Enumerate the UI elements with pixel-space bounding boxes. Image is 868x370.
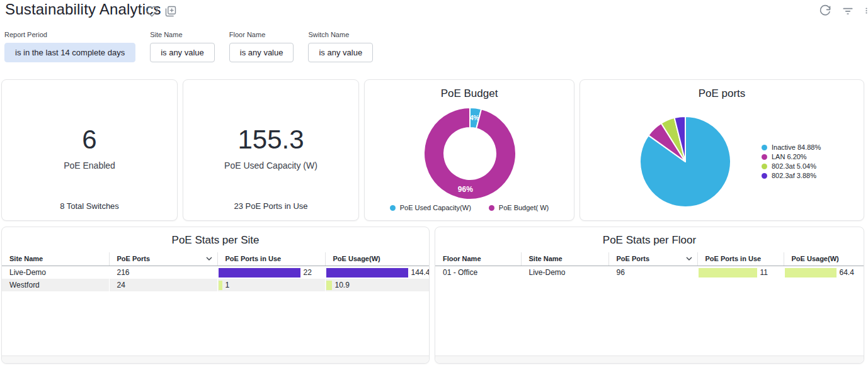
legend-item-802-3af[interactable]: 802.3af 3.88% — [762, 172, 821, 179]
column-header-poe-ports-in-use[interactable]: PoE Ports in Use — [217, 252, 325, 266]
poe-ports-legend: Inactive 84.88%LAN 6.20%802.3at 5.04%802… — [762, 143, 821, 179]
bar-cell: 64.4 — [784, 266, 864, 279]
bar-value-label: 10.9 — [335, 281, 350, 289]
bar-cell: 144.4 — [325, 266, 430, 279]
poe-ports-pie-chart[interactable] — [580, 80, 865, 221]
text-cell: Live-Demo — [521, 266, 608, 279]
poe-used-capacity-label: PoE Used Capacity (W) — [183, 160, 358, 171]
bar-cell: 1 — [217, 279, 325, 291]
text-cell: 01 - Office — [435, 266, 521, 279]
value-bar — [785, 268, 837, 278]
legend-label: Inactive 84.88% — [772, 143, 821, 151]
filter-floor-name: Floor Name is any value — [229, 31, 294, 62]
filter-label: Switch Name — [308, 31, 373, 38]
switch-name-chip[interactable]: is any value — [308, 43, 373, 62]
legend-dot — [762, 145, 767, 150]
legend-label: 802.3at 5.04% — [772, 162, 816, 170]
slice-percent-label: 4% — [470, 115, 479, 121]
filter-label: Floor Name — [229, 31, 294, 38]
bar-value-label: 22 — [304, 268, 312, 277]
legend-dot — [489, 205, 494, 211]
poe-used-capacity-card: 155.3 PoE Used Capacity (W) 23 PoE Ports… — [183, 79, 359, 221]
legend-item-lan[interactable]: LAN 6.20% — [762, 153, 821, 160]
filter-switch-name: Switch Name is any value — [308, 31, 373, 62]
column-header-poe-ports-in-use[interactable]: PoE Ports in Use — [697, 252, 784, 266]
poe-enabled-label: PoE Enabled — [2, 160, 177, 171]
table-row: Westford24110.9 — [2, 279, 430, 291]
kpi-cards-row: 6 PoE Enabled 8 Total Switches 155.3 PoE… — [1, 79, 864, 221]
horizontal-scrollbar[interactable] — [2, 356, 429, 363]
legend-label: PoE Budget( W) — [499, 204, 549, 211]
filter-bar: Report Period is in the last 14 complete… — [4, 31, 373, 62]
text-cell: Westford — [2, 279, 109, 291]
poe-enabled-value: 6 — [2, 125, 177, 154]
slice-percent-label: 96% — [458, 185, 473, 194]
filter-label: Site Name — [150, 31, 215, 38]
dashboard-page: Sustainability Analytics — [0, 0, 868, 370]
value-bar — [219, 281, 222, 290]
filter-report-period: Report Period is in the last 14 complete… — [4, 31, 135, 62]
legend-item-802-3at[interactable]: 802.3at 5.04% — [762, 162, 821, 170]
column-header-poe-usage-w-[interactable]: PoE Usage(W) — [784, 252, 864, 266]
legend-item-poe-budget-w-[interactable]: PoE Budget( W) — [489, 204, 549, 211]
page-toolbar — [819, 4, 868, 17]
legend-item-poe-used-capacity-w-[interactable]: PoE Used Capacity(W) — [390, 204, 471, 211]
value-bar — [326, 268, 408, 278]
column-header-poe-ports[interactable]: PoE Ports — [109, 252, 217, 266]
bar-value-label: 11 — [760, 268, 768, 277]
poe-budget-donut-chart[interactable]: 4%96% — [365, 98, 575, 203]
poe-stats-per-site-title: PoE Stats per Site — [2, 227, 429, 247]
favorite-heart-icon[interactable] — [146, 5, 158, 18]
poe-stats-per-site-card: PoE Stats per Site Site NamePoE PortsPoE… — [1, 227, 430, 364]
floor-name-chip[interactable]: is any value — [229, 43, 294, 62]
value-bar — [219, 268, 300, 278]
value-bar — [699, 268, 757, 278]
more-options-kebab-icon[interactable] — [864, 4, 868, 17]
title-actions — [146, 5, 177, 18]
refresh-icon[interactable] — [819, 4, 831, 17]
poe-budget-legend: PoE Used Capacity(W)PoE Budget( W) — [365, 204, 574, 211]
filter-icon[interactable] — [842, 4, 854, 17]
poe-stats-per-floor-card: PoE Stats per Floor Floor NameSite NameP… — [435, 227, 864, 364]
table-row: 01 - OfficeLive-Demo961164.4 — [435, 266, 864, 279]
tables-row: PoE Stats per Site Site NamePoE PortsPoE… — [1, 227, 864, 364]
legend-label: 802.3af 3.88% — [772, 172, 816, 179]
legend-dot — [762, 164, 767, 169]
sort-chevron-down-icon — [206, 257, 212, 261]
legend-label: LAN 6.20% — [772, 153, 807, 160]
column-header-site-name[interactable]: Site Name — [2, 252, 109, 266]
report-period-chip[interactable]: is in the last 14 complete days — [4, 43, 135, 62]
total-switches-footer: 8 Total Switches — [2, 201, 177, 211]
column-header-floor-name[interactable]: Floor Name — [435, 252, 521, 266]
duplicate-dashboard-icon[interactable] — [164, 5, 177, 18]
legend-dot — [762, 173, 767, 179]
text-cell: 96 — [608, 266, 697, 279]
column-header-site-name[interactable]: Site Name — [521, 252, 608, 266]
legend-dot — [390, 205, 396, 211]
poe-ports-in-use-footer: 23 PoE Ports in Use — [183, 201, 358, 211]
text-cell: 216 — [109, 266, 217, 279]
sort-chevron-down-icon — [686, 257, 692, 261]
data-table: Site NamePoE PortsPoE Ports in UsePoE Us… — [2, 252, 430, 291]
horizontal-scrollbar[interactable] — [435, 356, 864, 363]
table-row: Live-Demo21622144.4 — [2, 266, 430, 279]
poe-enabled-card: 6 PoE Enabled 8 Total Switches — [1, 79, 178, 221]
value-bar — [326, 281, 332, 290]
bar-cell: 10.9 — [325, 279, 430, 291]
poe-used-capacity-value: 155.3 — [183, 125, 358, 154]
bar-value-label: 1 — [226, 281, 230, 289]
legend-dot — [762, 154, 767, 160]
column-header-poe-ports[interactable]: PoE Ports — [608, 252, 697, 266]
page-title: Sustainability Analytics — [5, 1, 161, 18]
filter-site-name: Site Name is any value — [150, 31, 215, 62]
column-header-poe-usage-w-[interactable]: PoE Usage(W) — [325, 252, 430, 266]
legend-label: PoE Used Capacity(W) — [400, 204, 471, 211]
legend-item-inactive[interactable]: Inactive 84.88% — [762, 143, 821, 151]
poe-budget-card: PoE Budget 4%96% PoE Used Capacity(W)PoE… — [364, 79, 574, 221]
text-cell: Live-Demo — [2, 266, 109, 279]
site-name-chip[interactable]: is any value — [150, 43, 215, 62]
text-cell: 24 — [109, 279, 217, 291]
data-table: Floor NameSite NamePoE PortsPoE Ports in… — [435, 252, 864, 279]
filter-label: Report Period — [4, 31, 135, 38]
bar-cell: 11 — [697, 266, 784, 279]
